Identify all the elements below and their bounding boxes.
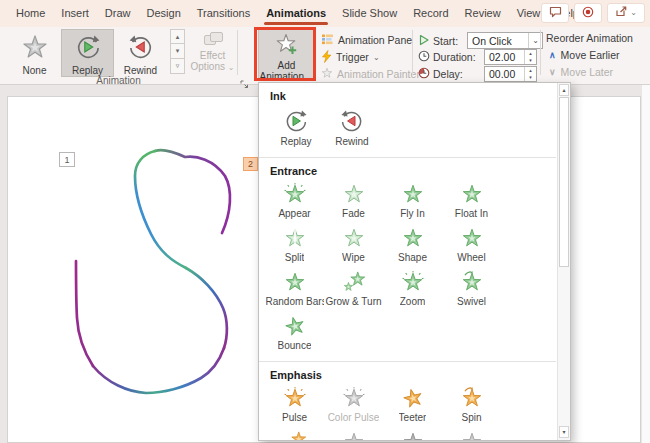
animation-gallery: NoneReplayRewind <box>8 29 167 77</box>
animation-effect-split[interactable]: Split <box>265 222 324 266</box>
spin-up-icon[interactable]: ▴ <box>525 67 536 74</box>
animation-effect-zoom[interactable]: Zoom <box>383 266 442 310</box>
gallery-item-replay[interactable]: Replay <box>61 29 114 77</box>
animation-effect-spin[interactable]: Spin <box>442 382 501 426</box>
color-pulse-icon <box>343 386 365 410</box>
ribbon-divider <box>412 30 413 75</box>
gallery-up-button[interactable]: ▴ <box>170 29 185 44</box>
grow-shrink-icon <box>284 430 306 440</box>
animation-badge-1[interactable]: 1 <box>59 152 75 167</box>
animation-effect-bounce[interactable]: Bounce <box>265 310 324 354</box>
menu-tab-draw[interactable]: Draw <box>97 0 139 27</box>
gallery-item-none[interactable]: None <box>8 29 61 77</box>
menu-tab-home[interactable]: Home <box>8 0 53 27</box>
animation-effect-appear[interactable]: Appear <box>265 178 324 222</box>
start-value: On Click <box>468 35 528 47</box>
delay-input[interactable]: 00.00 ▴▾ <box>484 66 537 82</box>
menu-scrollbar[interactable]: ▴ ▾ <box>557 83 570 440</box>
delay-value: 00.00 <box>485 67 524 81</box>
effect-label: Pulse <box>282 412 307 423</box>
animation-effect-shape[interactable]: Shape <box>383 222 442 266</box>
titlebar-buttons: ⌄ <box>541 3 645 23</box>
clock-icon <box>418 50 430 64</box>
menu-tab-design[interactable]: Design <box>139 0 189 27</box>
animation-effect-float-in[interactable]: Float In <box>442 178 501 222</box>
section-grid-emphasis: PulseColor PulseTeeterSpinGrow/ShrinkDes… <box>259 382 556 440</box>
effect-label: Zoom <box>400 296 426 307</box>
spin-up-icon[interactable]: ▴ <box>525 50 536 57</box>
duration-input[interactable]: 02.00 ▴▾ <box>484 49 537 65</box>
comments-button[interactable] <box>541 3 569 23</box>
spin-down-icon[interactable]: ▾ <box>525 57 536 64</box>
share-button[interactable]: ⌄ <box>607 3 645 23</box>
lightning-icon <box>321 50 332 65</box>
menu-tab-record[interactable]: Record <box>405 0 456 27</box>
animation-effect-teeter[interactable]: Teeter <box>383 382 442 426</box>
move-earlier-button[interactable]: ∧ Move Earlier <box>549 49 620 61</box>
animation-effect-rewind[interactable]: Rewind <box>324 103 380 150</box>
trigger-button[interactable]: Trigger ⌄ <box>321 49 420 65</box>
add-animation-icon <box>275 42 299 59</box>
menu-tab-transitions[interactable]: Transitions <box>189 0 258 27</box>
share-icon <box>615 4 628 22</box>
scrollbar-thumb[interactable] <box>559 97 569 267</box>
menu-tab-animations[interactable]: Animations <box>258 0 334 27</box>
animation-effect-grow-shrink[interactable]: Grow/Shrink <box>265 426 324 440</box>
record-button[interactable] <box>574 3 602 23</box>
gallery-more-button[interactable]: ▿ <box>170 59 185 74</box>
animations-ribbon: NoneReplayRewind ▴ ▾ ▿ Effect Options ⌄ … <box>0 27 650 85</box>
gallery-down-button[interactable]: ▾ <box>170 44 185 59</box>
rewind-icon <box>339 107 365 134</box>
comment-icon <box>549 4 562 22</box>
wheel-icon <box>461 226 483 250</box>
split-icon <box>284 226 306 250</box>
animation-effect-wipe[interactable]: Wipe <box>324 222 383 266</box>
canvas-right-strip <box>642 85 650 443</box>
effect-label: Replay <box>280 136 311 147</box>
animation-effect-fade[interactable]: Fade <box>324 178 383 222</box>
duration-value: 02.00 <box>485 50 524 64</box>
scrollbar-up-icon[interactable]: ▴ <box>559 84 569 96</box>
animation-pane-label: Animation Pane <box>338 34 412 46</box>
desaturate-icon <box>343 430 365 440</box>
effect-label: Fly In <box>400 208 424 219</box>
none-icon <box>21 33 49 65</box>
animation-effect-random-bars[interactable]: Random Bars <box>265 266 324 310</box>
menu-bar: HomeInsertDrawDesignTransitionsAnimation… <box>0 0 650 27</box>
effect-label: Bounce <box>278 340 312 351</box>
animation-effect-wheel[interactable]: Wheel <box>442 222 501 266</box>
ribbon-divider <box>237 30 238 75</box>
add-animation-menu-content: InkReplayRewindEntranceAppearFadeFly InF… <box>259 83 556 440</box>
chevron-down-icon: ⌄ <box>307 73 314 82</box>
animation-effect-replay[interactable]: Replay <box>268 103 324 150</box>
rewind-icon <box>127 33 155 65</box>
effect-label: Swivel <box>457 296 486 307</box>
menu-tab-insert[interactable]: Insert <box>53 0 97 27</box>
gallery-item-rewind[interactable]: Rewind <box>114 29 167 77</box>
duration-label: Duration: <box>433 51 480 63</box>
menu-tab-slide-show[interactable]: Slide Show <box>334 0 405 27</box>
animation-effect-color-pulse: Color Pulse <box>324 382 383 426</box>
effect-label: Appear <box>278 208 310 219</box>
caret-down-icon: ∨ <box>549 67 556 77</box>
dialog-launcher-button[interactable] <box>240 75 249 93</box>
effect-label: Random Bars <box>266 296 324 307</box>
animation-effect-grow-turn[interactable]: Grow & Turn <box>324 266 383 310</box>
reorder-animation-title: Reorder Animation <box>546 32 633 44</box>
animation-effect-swivel[interactable]: Swivel <box>442 266 501 310</box>
animation-pane-button[interactable]: Animation Pane <box>321 32 420 48</box>
start-select[interactable]: On Click ⌄ <box>467 32 543 49</box>
spin-down-icon[interactable]: ▾ <box>525 74 536 81</box>
add-animation-button[interactable]: Add Animation ⌄ <box>258 29 315 81</box>
chevron-down-icon: ⌄ <box>228 63 235 72</box>
effect-label: Wheel <box>457 252 485 263</box>
menu-tab-review[interactable]: Review <box>457 0 509 27</box>
scrollbar-down-icon[interactable]: ▾ <box>559 426 569 438</box>
effect-options-icon <box>204 32 222 46</box>
ribbon-divider <box>540 30 541 75</box>
animation-effect-pulse[interactable]: Pulse <box>265 382 324 426</box>
badge-number: 2 <box>248 159 253 169</box>
animation-badge-2[interactable]: 2 <box>243 157 258 171</box>
menu-items: HomeInsertDrawDesignTransitionsAnimation… <box>8 0 587 27</box>
animation-effect-fly-in[interactable]: Fly In <box>383 178 442 222</box>
